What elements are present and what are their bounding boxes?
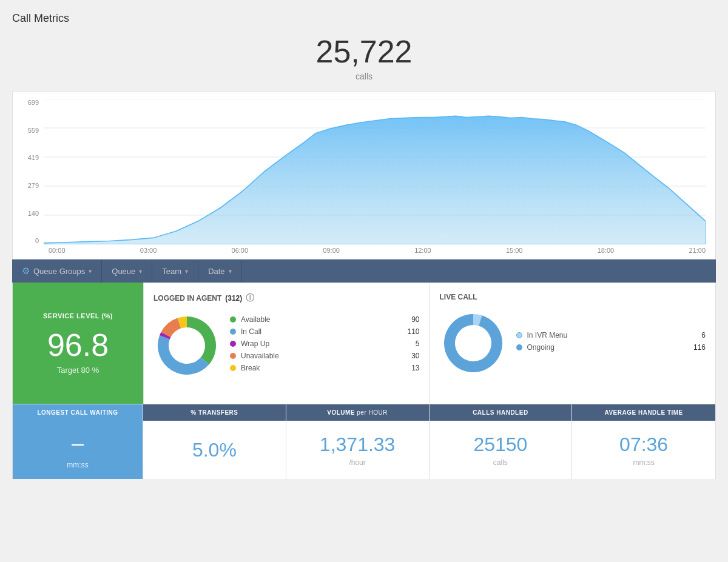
lcw-value-area: – mm:ss [13,421,143,479]
legend-item: In Call 110 [230,327,420,336]
bottom-cell-header: VOLUME per HOUR [286,404,429,421]
chevron-down-icon: ▾ [89,268,92,275]
bottom-cell-value: 25150 calls [430,421,572,479]
legend-item: Break 13 [230,364,420,372]
legend-item: Available 90 [230,315,420,324]
legend-value: 5 [405,340,420,348]
filter-item-queue-groups[interactable]: ⚙Queue Groups▾ [12,259,102,283]
bottom-metric-unit: calls [493,458,508,467]
legend-dot [516,344,522,350]
y-axis-label: 140 [22,210,39,217]
bottom-metric-value: 5.0% [192,439,237,461]
filter-item-team[interactable]: Team▾ [152,261,198,282]
logged-in-count: (312) [225,294,242,303]
filter-item-date[interactable]: Date▾ [198,261,241,282]
filter-label: Date [208,267,224,276]
x-axis-label: 12:00 [414,247,431,254]
lcw-value: – [72,430,84,456]
bottom-cell-value: 1,371.33 /hour [286,421,429,479]
bottom-cell-header: LONGEST CALL WAITING [13,404,143,421]
logged-in-agent-cell: LOGGED IN AGENT (312) ⓘ Available 90 In … [143,283,430,404]
legend-value: 116 [691,343,706,352]
donut-segment [158,335,209,375]
y-axis-label: 559 [22,127,39,134]
bottom-cell-0: LONGEST CALL WAITING – mm:ss [13,404,143,479]
x-axis-label: 21:00 [689,247,706,254]
legend-item: Wrap Up 5 [230,340,420,348]
logged-in-donut [153,312,220,379]
x-axis: 00:0003:0006:0009:0012:0015:0018:0021:00 [22,247,706,254]
bottom-cell-3: CALLS HANDLED 25150 calls [430,404,573,479]
x-axis-label: 00:00 [49,247,66,254]
filter-label: Team [162,267,181,276]
y-axis-label: 0 [22,237,39,244]
chart-container: 0140279419559699 00:0003 [12,91,716,259]
volume-per: per HOUR [357,409,388,416]
donut-segment [187,316,216,364]
info-icon: ⓘ [246,293,254,304]
bottom-cell-value: 5.0% [143,421,286,479]
service-level-title: SERVICE LEVEL (%) [43,312,113,319]
bottom-cell-1: % TRANSFERS 5.0% [143,404,286,479]
live-call-donut [440,310,507,376]
bottom-cell-4: AVERAGE HANDLE TIME 07:36 mm:ss [572,404,715,479]
logged-in-title: LOGGED IN AGENT [153,294,221,303]
legend-value: 6 [691,331,706,340]
donut-segment [444,314,502,372]
y-axis-label: 279 [22,182,39,189]
hero-value: 25,722 [12,35,716,69]
x-axis-label: 18:00 [598,247,615,254]
chevron-down-icon: ▾ [229,268,232,275]
service-level-value: 96.8 [47,329,109,361]
bottom-metric-value: 07:36 [619,433,668,456]
bottom-metric-unit: /hour [349,458,365,467]
lcw-unit: mm:ss [67,461,88,469]
legend-value: 30 [405,352,420,360]
filter-label: Queue [112,267,135,276]
volume-label: VOLUME [327,409,355,416]
hero-stat: 25,722 calls [12,35,716,81]
legend-label: Unavailable [241,352,279,360]
area-chart [44,99,706,244]
legend-dot [230,341,236,347]
legend-dot [230,365,236,371]
legend-label: Available [241,315,270,324]
legend-value: 90 [405,315,420,324]
x-axis-label: 03:00 [140,247,157,254]
bottom-cell-2: VOLUME per HOUR 1,371.33 /hour [286,404,430,479]
legend-label: In Call [241,327,261,336]
bottom-cell-value: 07:36 mm:ss [572,421,715,479]
chevron-down-icon: ▾ [139,268,142,275]
live-call-title: LIVE CALL [440,293,477,301]
x-axis-label: 09:00 [323,247,340,254]
bottom-metric-value: 1,371.33 [320,433,396,456]
legend-label: Wrap Up [241,340,269,348]
bottom-cell-header: AVERAGE HANDLE TIME [572,404,715,421]
bottom-cell-header: CALLS HANDLED [430,404,572,421]
legend-dot [230,316,236,323]
legend-value: 110 [405,327,420,336]
filter-label: Queue Groups [33,267,85,276]
legend-dot [516,332,522,338]
filter-bar: ⚙Queue Groups▾Queue▾Team▾Date▾ [12,259,716,283]
chevron-down-icon: ▾ [185,268,188,275]
bottom-cell-header: % TRANSFERS [143,404,286,421]
y-axis: 0140279419559699 [22,99,44,244]
filter-item-queue[interactable]: Queue▾ [102,261,152,282]
legend-item: In IVR Menu 6 [516,331,706,340]
x-axis-label: 06:00 [232,247,249,254]
bottom-metric-unit: mm:ss [633,458,654,467]
legend-item: Ongoing 116 [516,343,706,352]
x-axis-label: 15:00 [506,247,523,254]
y-axis-label: 699 [22,99,39,106]
legend-label: In IVR Menu [527,331,568,340]
live-call-cell: LIVE CALL In IVR Menu 6 Ongoing 116 [430,283,716,404]
legend-dot [230,329,236,335]
service-level-cell: SERVICE LEVEL (%) 96.8 Target 80 % [13,283,143,404]
legend-dot [230,353,236,359]
gear-icon: ⚙ [22,266,30,276]
bottom-metric-value: 25150 [473,433,527,456]
hero-label: calls [12,72,716,81]
legend-value: 13 [405,364,420,372]
page-title: Call Metrics [12,12,716,25]
